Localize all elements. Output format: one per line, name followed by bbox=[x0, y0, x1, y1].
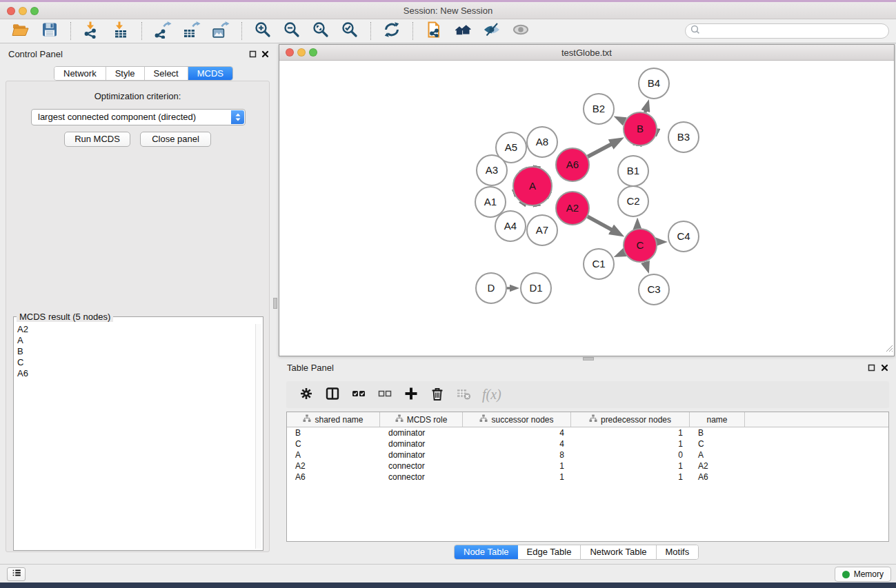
tab-select[interactable]: Select bbox=[145, 67, 188, 80]
import-network-button[interactable] bbox=[81, 21, 102, 41]
delete-button[interactable] bbox=[428, 386, 446, 404]
network-close-button[interactable] bbox=[286, 48, 294, 57]
search-box[interactable] bbox=[685, 23, 889, 39]
tab-edge-table[interactable]: Edge Table bbox=[518, 545, 581, 559]
table-row[interactable]: Adominator80A bbox=[287, 449, 888, 460]
select-all-button[interactable] bbox=[350, 386, 368, 404]
export-table-button[interactable] bbox=[181, 21, 202, 41]
columns-button[interactable] bbox=[323, 386, 341, 404]
result-item[interactable]: A2 bbox=[15, 324, 255, 335]
tab-network-table[interactable]: Network Table bbox=[581, 545, 656, 559]
tab-motifs[interactable]: Motifs bbox=[657, 545, 699, 559]
tab-network[interactable]: Network bbox=[54, 67, 106, 80]
edge-C-C1[interactable] bbox=[624, 252, 624, 253]
deselect-all-button[interactable] bbox=[376, 386, 394, 404]
refresh-button[interactable] bbox=[381, 21, 402, 41]
zoom-fit-button[interactable] bbox=[310, 21, 331, 41]
cell-predecessor-nodes[interactable]: 1 bbox=[571, 472, 690, 482]
node-A6[interactable]: A6 bbox=[556, 148, 589, 181]
close-window-button[interactable] bbox=[7, 7, 15, 15]
edge-A2-C[interactable] bbox=[588, 216, 613, 230]
horizontal-splitter-handle[interactable] bbox=[583, 357, 594, 361]
edge-B-B2[interactable] bbox=[623, 121, 624, 121]
delete-column-button[interactable] bbox=[455, 386, 472, 404]
cell-shared-name[interactable]: B bbox=[287, 428, 380, 438]
node-B[interactable]: B bbox=[624, 112, 657, 145]
node-A3[interactable]: A3 bbox=[477, 155, 507, 185]
node-B2[interactable]: B2 bbox=[584, 94, 614, 124]
network-zoom-button[interactable] bbox=[309, 48, 317, 57]
node-D[interactable]: D bbox=[476, 273, 506, 303]
edge-C-C3[interactable] bbox=[646, 262, 646, 264]
node-C[interactable]: C bbox=[624, 229, 657, 262]
cell-name[interactable]: B bbox=[690, 428, 745, 438]
node-A4[interactable]: A4 bbox=[495, 211, 526, 241]
save-button[interactable] bbox=[39, 21, 60, 41]
column-header-successor-nodes[interactable]: successor nodes bbox=[463, 412, 571, 427]
table-panel-float-icon[interactable] bbox=[867, 363, 876, 372]
node-C2[interactable]: C2 bbox=[618, 186, 648, 216]
result-scrollbar[interactable] bbox=[255, 324, 261, 549]
control-panel-close-icon[interactable] bbox=[261, 50, 270, 59]
cell-name[interactable]: A2 bbox=[690, 461, 745, 471]
import-table-button[interactable] bbox=[110, 21, 131, 41]
column-header-predecessor-nodes[interactable]: predecessor nodes bbox=[571, 412, 690, 427]
function-builder-button[interactable]: f(x) bbox=[482, 387, 501, 403]
task-history-button[interactable] bbox=[7, 567, 26, 581]
node-A[interactable]: A bbox=[513, 167, 552, 205]
close-panel-button[interactable]: Close panel bbox=[140, 132, 211, 147]
table-row[interactable]: A6connector11A6 bbox=[287, 472, 888, 483]
cell-MCDS-role[interactable]: dominator bbox=[380, 428, 463, 438]
home-button[interactable] bbox=[452, 21, 473, 41]
edge-A6-B[interactable] bbox=[588, 143, 613, 156]
network-minimize-button[interactable] bbox=[297, 48, 306, 57]
cell-predecessor-nodes[interactable]: 1 bbox=[571, 439, 690, 449]
cell-name[interactable]: A6 bbox=[690, 472, 745, 482]
node-A2[interactable]: A2 bbox=[556, 192, 589, 225]
zoom-in-button[interactable] bbox=[252, 21, 273, 41]
memory-button[interactable]: Memory bbox=[835, 567, 891, 582]
criterion-dropdown[interactable]: largest connected component (directed) bbox=[31, 109, 246, 125]
tab-style[interactable]: Style bbox=[106, 67, 145, 80]
cell-shared-name[interactable]: A2 bbox=[287, 461, 380, 471]
tab-mcds[interactable]: MCDS bbox=[188, 67, 232, 80]
table-row[interactable]: A2connector11A2 bbox=[287, 460, 888, 472]
node-C1[interactable]: C1 bbox=[584, 249, 614, 279]
node-B3[interactable]: B3 bbox=[668, 122, 699, 152]
style-preview-button[interactable] bbox=[481, 21, 502, 41]
column-header-shared-name[interactable]: shared name bbox=[287, 412, 380, 427]
column-header-MCDS-role[interactable]: MCDS role bbox=[380, 412, 463, 427]
cell-shared-name[interactable]: C bbox=[287, 439, 380, 449]
zoom-window-button[interactable] bbox=[30, 7, 39, 15]
cell-MCDS-role[interactable]: dominator bbox=[380, 450, 463, 460]
settings-button[interactable] bbox=[297, 386, 315, 404]
vertical-splitter-handle[interactable] bbox=[273, 298, 277, 309]
birdseye-button[interactable] bbox=[510, 21, 531, 41]
export-image-button[interactable] bbox=[210, 21, 231, 41]
result-item[interactable]: A bbox=[15, 335, 255, 346]
cell-predecessor-nodes[interactable]: 1 bbox=[571, 428, 690, 438]
zoom-out-button[interactable] bbox=[281, 21, 302, 41]
run-mcds-button[interactable]: Run MCDS bbox=[64, 132, 130, 147]
cell-successor-nodes[interactable]: 4 bbox=[463, 428, 571, 438]
node-A8[interactable]: A8 bbox=[527, 127, 557, 157]
open-folder-button[interactable] bbox=[10, 21, 31, 41]
node-D1[interactable]: D1 bbox=[521, 273, 551, 303]
cell-name[interactable]: A bbox=[690, 450, 745, 460]
cell-MCDS-role[interactable]: connector bbox=[380, 461, 463, 471]
resize-grip-icon[interactable] bbox=[884, 343, 893, 355]
search-input[interactable] bbox=[701, 26, 873, 36]
cell-MCDS-role[interactable]: dominator bbox=[380, 439, 463, 449]
network-canvas[interactable]: B4B2BB3A8A5A6A3B1AA1C2A2A4A7C4CC1C3DD1 bbox=[279, 61, 894, 356]
cell-name[interactable]: C bbox=[690, 439, 745, 449]
cell-predecessor-nodes[interactable]: 0 bbox=[571, 450, 690, 460]
node-B1[interactable]: B1 bbox=[618, 156, 648, 186]
new-network-from-selection-button[interactable] bbox=[424, 21, 444, 41]
node-C4[interactable]: C4 bbox=[668, 221, 699, 252]
cell-shared-name[interactable]: A bbox=[287, 450, 380, 460]
node-A1[interactable]: A1 bbox=[475, 187, 506, 217]
tab-node-table[interactable]: Node Table bbox=[455, 545, 518, 559]
node-B4[interactable]: B4 bbox=[639, 68, 669, 99]
cell-successor-nodes[interactable]: 4 bbox=[463, 439, 571, 449]
node-A7[interactable]: A7 bbox=[527, 215, 557, 245]
